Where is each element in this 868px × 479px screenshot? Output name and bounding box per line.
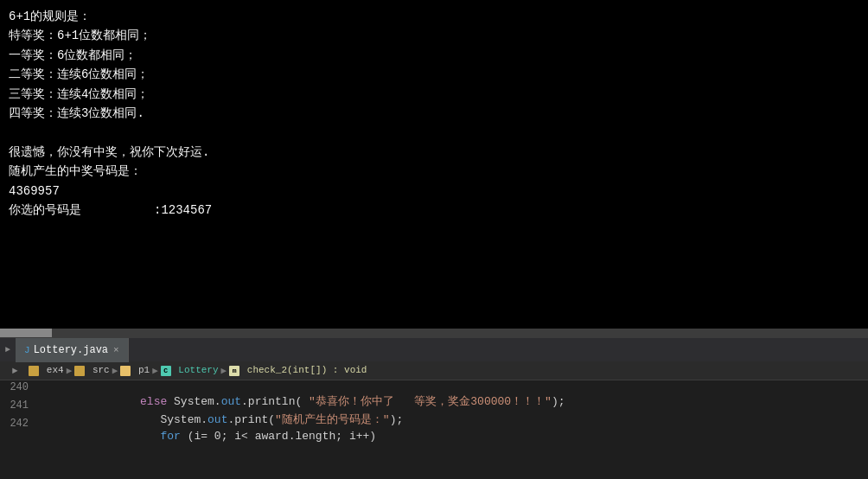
tab-label: Lottery.java bbox=[34, 344, 108, 356]
line-num-240: 240 bbox=[0, 381, 39, 393]
class-icon-lottery: C bbox=[161, 366, 171, 376]
code-line-241: 241 System.out.print("随机产生的号码是："); bbox=[0, 399, 868, 417]
console-output: 6+1的规则是： 特等奖：6+1位数都相同； 一等奖：6位数都相同； 二等奖：连… bbox=[0, 0, 868, 337]
code-content-242: for (i= 0; i< award.length; i++) bbox=[39, 417, 376, 456]
breadcrumb-ex4[interactable]: ex4 bbox=[29, 365, 63, 375]
package-icon-p1 bbox=[120, 366, 131, 376]
folder-icon-src bbox=[74, 366, 85, 376]
code-line-242: 242 for (i= 0; i< award.length; i++) bbox=[0, 417, 868, 435]
breadcrumb-lottery[interactable]: C Lottery bbox=[161, 365, 219, 375]
kw-for-242: for bbox=[160, 430, 180, 443]
sep1: ▶ bbox=[67, 365, 73, 376]
code-line-240: 240 else System.out.println( "恭喜你！你中了 等奖… bbox=[0, 380, 868, 399]
folder-icon-ex4 bbox=[29, 366, 39, 376]
console-line-rule-third: 三等奖：连续4位数相同； bbox=[9, 85, 859, 104]
console-line-random-label: 随机产生的中奖号码是： bbox=[9, 162, 859, 181]
breadcrumb-p1[interactable]: p1 bbox=[120, 365, 150, 375]
console-line-rule-first: 一等奖：6位数都相同； bbox=[9, 46, 859, 65]
tab-scroll-left[interactable]: ► bbox=[0, 345, 16, 354]
sep2: ▶ bbox=[112, 365, 118, 376]
console-line-blank bbox=[9, 123, 859, 142]
for-condition-242: (i= 0; i< award.length; i++) bbox=[181, 430, 376, 443]
console-scrollbar-thumb[interactable] bbox=[0, 329, 52, 337]
console-line-rule-second: 二等奖：连续6位数相同； bbox=[9, 65, 859, 84]
breadcrumb-src[interactable]: src bbox=[74, 365, 109, 375]
code-editor: 240 else System.out.println( "恭喜你！你中了 等奖… bbox=[0, 380, 868, 470]
sep4: ▶ bbox=[221, 365, 227, 376]
indent-242 bbox=[80, 430, 161, 443]
console-line-rule-title: 6+1的规则是： bbox=[9, 7, 859, 26]
line-num-241: 241 bbox=[0, 399, 39, 412]
breadcrumb-bar: ► ex4 ▶ src ▶ p1 ▶ C Lottery ▶ m check_2… bbox=[0, 361, 868, 380]
console-scrollbar[interactable] bbox=[0, 329, 868, 337]
tab-bar: ► J Lottery.java × bbox=[0, 337, 868, 361]
java-file-icon: J bbox=[24, 345, 30, 355]
tab-lottery-java[interactable]: J Lottery.java × bbox=[16, 338, 129, 362]
breadcrumb-nav-icon[interactable]: ► bbox=[7, 366, 23, 376]
console-line-user-number: 你选的号码是 :1234567 bbox=[9, 201, 859, 220]
console-line-rule-special: 特等奖：6+1位数都相同； bbox=[9, 26, 859, 45]
line-num-242: 242 bbox=[0, 418, 39, 430]
sep3: ▶ bbox=[152, 365, 158, 376]
method-icon: m bbox=[229, 366, 239, 376]
console-line-no-win: 很遗憾，你没有中奖，祝你下次好运. bbox=[9, 143, 859, 162]
breadcrumb-method[interactable]: m check_2(int[]) : void bbox=[229, 365, 367, 375]
console-line-random-number: 4369957 bbox=[9, 182, 859, 201]
console-line-rule-fourth: 四等奖：连续3位数相同. bbox=[9, 104, 859, 123]
tab-close-button[interactable]: × bbox=[113, 345, 119, 355]
